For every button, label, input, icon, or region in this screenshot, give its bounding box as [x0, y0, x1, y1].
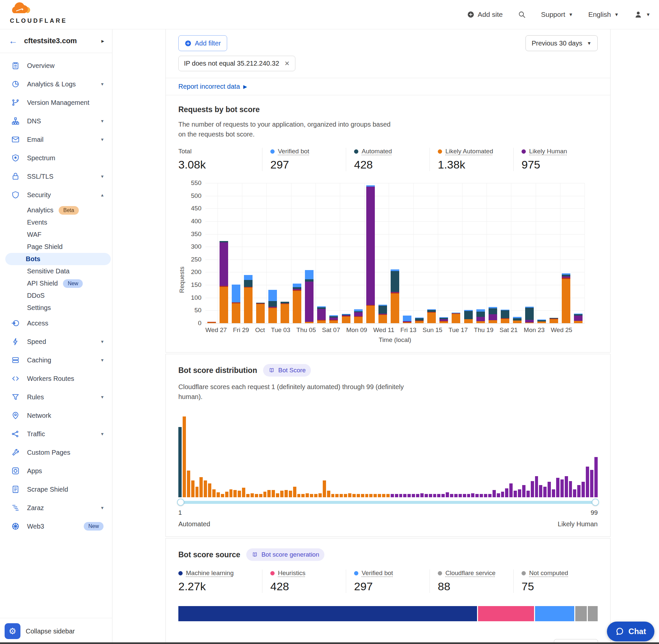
histogram-bar	[335, 494, 338, 497]
sidebar-item-version-management[interactable]: Version Management	[0, 93, 112, 112]
histogram-bar	[391, 494, 394, 497]
source-bar-segment-machine-learning	[178, 606, 477, 621]
chevron-down-icon: ▾	[101, 505, 103, 511]
stat-label[interactable]: Machine learning	[178, 570, 234, 577]
sidebar-item-network[interactable]: Network	[0, 406, 112, 425]
stat-label[interactable]: Verified bot	[270, 148, 309, 155]
sidebar-item-overview[interactable]: Overview	[0, 56, 112, 75]
support-menu[interactable]: Support ▼	[541, 10, 573, 19]
stat-label[interactable]: Verified bot	[354, 570, 393, 577]
stat-value: 297	[354, 580, 427, 593]
collapse-sidebar-button[interactable]: Collapse sidebar	[26, 627, 75, 635]
sidebar-item-analytics[interactable]: AnalyticsBeta	[0, 204, 112, 216]
sidebar-item-dns[interactable]: DNS▾	[0, 112, 112, 130]
stat-label[interactable]: Cloudflare service	[438, 570, 495, 577]
stat-label[interactable]: Automated	[354, 148, 392, 155]
back-button[interactable]: ←	[8, 37, 18, 46]
sidebar-item-rules[interactable]: Rules▾	[0, 388, 112, 406]
login-icon	[11, 319, 20, 327]
histogram-bar	[306, 493, 309, 497]
sidebar: ← cftestsite3.com ▸ OverviewAnalytics & …	[0, 29, 112, 644]
histogram-bar	[543, 487, 547, 497]
sidebar-item-caching[interactable]: Caching▾	[0, 351, 112, 369]
user-menu[interactable]: ▼	[634, 10, 651, 19]
sidebar-item-apps[interactable]: Apps	[0, 462, 112, 480]
bot-score-generation-badge[interactable]: Bot score generation	[246, 548, 324, 561]
lock-icon	[11, 172, 20, 181]
sidebar-item-workers-routes[interactable]: Workers Routes	[0, 369, 112, 388]
histogram-bar	[594, 457, 598, 498]
add-filter-button[interactable]: Add filter	[178, 35, 227, 51]
sidebar-item-settings[interactable]: Settings	[0, 302, 112, 314]
stat-value: 1.38k	[438, 158, 511, 171]
slider-track[interactable]	[178, 501, 598, 504]
bot-score-badge[interactable]: Bot Score	[263, 364, 311, 376]
histogram-bar	[501, 492, 504, 497]
sidebar-item-ssl-tls[interactable]: SSL/TLS▾	[0, 167, 112, 186]
slider-handle-right[interactable]	[592, 499, 599, 506]
stat-label[interactable]: Likely Human	[521, 148, 567, 155]
histogram-bar	[565, 476, 568, 497]
sidebar-item-scrape-shield[interactable]: Scrape Shield	[0, 480, 112, 499]
histogram-bar	[556, 478, 560, 497]
top-header: CLOUDFLARE Add site Support ▼ English ▼ …	[0, 0, 659, 29]
sidebar-item-bots[interactable]: Bots	[5, 253, 111, 265]
sidebar-item-email[interactable]: Email▾	[0, 130, 112, 149]
histogram-bar	[204, 480, 207, 497]
sidebar-item-waf[interactable]: WAF	[0, 229, 112, 241]
bolt-icon	[11, 337, 20, 346]
histogram-bar	[191, 480, 194, 497]
sidebar-item-spectrum[interactable]: Spectrum	[0, 149, 112, 167]
sidebar-item-access[interactable]: Access	[0, 314, 112, 332]
sidebar-item-sensitive-data[interactable]: Sensitive Data	[0, 265, 112, 277]
stat-label[interactable]: Heuristics	[270, 570, 305, 577]
histogram-bar	[319, 493, 322, 497]
cloudflare-logo[interactable]: CLOUDFLARE	[10, 2, 66, 24]
chat-icon	[615, 627, 625, 636]
stacked-bar	[440, 317, 448, 323]
stat-label[interactable]: Likely Automated	[438, 148, 493, 155]
user-icon	[634, 10, 642, 19]
report-incorrect-data-link[interactable]: Report incorrect data ▶	[166, 78, 610, 95]
stacked-bar	[464, 310, 473, 323]
add-site-button[interactable]: Add site	[467, 10, 503, 19]
sidebar-item-analytics-logs[interactable]: Analytics & Logs▾	[0, 75, 112, 93]
search-button[interactable]	[518, 10, 526, 19]
sidebar-item-security[interactable]: Security▴	[0, 186, 112, 204]
sidebar-item-web3[interactable]: Web3New	[0, 517, 112, 535]
chat-button[interactable]: Chat	[607, 622, 654, 641]
sidebar-item-events[interactable]: Events	[0, 216, 112, 229]
chevron-up-icon: ▴	[101, 192, 103, 198]
chevron-down-icon: ▾	[101, 174, 103, 179]
sidebar-item-ddos[interactable]: DDoS	[0, 290, 112, 302]
histogram-bar	[526, 491, 530, 497]
card-description: The number of requests to your applicati…	[178, 119, 399, 139]
histogram-bar	[590, 470, 593, 497]
cloudflare-cloud-icon	[10, 2, 33, 16]
chevron-down-icon: ▾	[101, 339, 103, 345]
slider-handle-left[interactable]	[177, 499, 184, 506]
remove-filter-icon[interactable]: ✕	[284, 60, 290, 67]
histogram-bar	[263, 492, 267, 497]
histogram-bar	[437, 494, 441, 497]
stat-value: 75	[521, 580, 595, 593]
plus-circle-icon	[185, 40, 191, 47]
sidebar-item-speed[interactable]: Speed▾	[0, 332, 112, 351]
sidebar-item-traffic[interactable]: Traffic▾	[0, 425, 112, 443]
stat-label[interactable]: Total	[178, 148, 191, 155]
sidebar-item-page-shield[interactable]: Page Shield	[0, 241, 112, 253]
filter-chip[interactable]: IP does not equal 35.212.240.32 ✕	[178, 56, 296, 71]
sidebar-item-api-shield[interactable]: API ShieldNew	[0, 277, 112, 290]
stat-label[interactable]: Not computed	[521, 570, 568, 577]
chevron-right-icon[interactable]: ▸	[101, 38, 104, 45]
sidebar-item-custom-pages[interactable]: Custom Pages	[0, 443, 112, 462]
settings-gear-button[interactable]: ⚙	[5, 623, 20, 639]
histogram-bar	[301, 494, 305, 497]
language-menu[interactable]: English ▼	[588, 10, 619, 19]
histogram-bar	[509, 483, 513, 497]
histogram-bar	[242, 488, 245, 497]
chevron-down-icon: ▾	[101, 81, 103, 87]
date-range-select[interactable]: Previous 30 days ▼	[525, 35, 598, 51]
histogram-bar	[183, 416, 186, 497]
sidebar-item-zaraz[interactable]: Zaraz▾	[0, 499, 112, 517]
